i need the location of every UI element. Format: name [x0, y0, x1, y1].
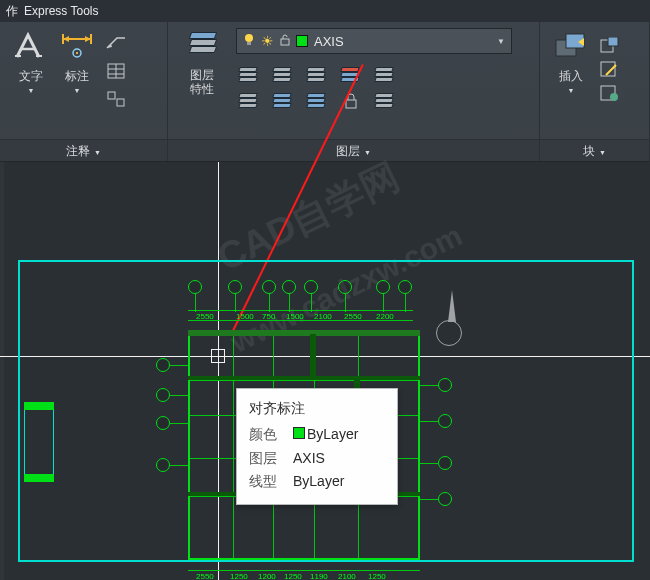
- lightbulb-icon: [243, 33, 255, 50]
- text-button-label: 文字: [19, 68, 43, 85]
- layer-tool-8[interactable]: [304, 90, 330, 112]
- svg-rect-18: [281, 39, 289, 45]
- svg-rect-14: [108, 92, 115, 99]
- layer-properties-icon: [184, 28, 220, 64]
- svg-point-8: [76, 52, 78, 54]
- chevron-down-icon: ▼: [74, 87, 81, 94]
- text-icon: [13, 28, 49, 64]
- drawing-canvas[interactable]: CAD自学网 www.cadzxw.com 2550 1500: [0, 162, 650, 580]
- layer-tool-3[interactable]: [304, 64, 330, 86]
- svg-rect-0: [15, 55, 21, 57]
- lock-open-icon: [280, 34, 290, 49]
- text-button[interactable]: 文字 ▼: [8, 28, 54, 94]
- tooltip-layer-label: 图层: [249, 447, 285, 471]
- create-block-icon[interactable]: [598, 36, 622, 54]
- current-layer-name: AXIS: [314, 34, 344, 49]
- tooltip-color-label: 颜色: [249, 423, 285, 447]
- layer-tool-10[interactable]: [372, 90, 398, 112]
- chevron-down-icon: ▼: [568, 87, 575, 94]
- svg-rect-24: [608, 37, 618, 46]
- sun-icon: ☀: [261, 33, 274, 49]
- svg-rect-17: [247, 42, 251, 45]
- layer-properties-label: 图层 特性: [190, 68, 214, 97]
- panel-title-block[interactable]: 块▼: [540, 139, 649, 161]
- layer-tool-5[interactable]: [372, 64, 398, 86]
- insert-button-label: 插入: [559, 68, 583, 85]
- tab-express-tools[interactable]: Express Tools: [24, 4, 98, 18]
- svg-rect-15: [117, 99, 124, 106]
- dimension-icon: [59, 28, 95, 64]
- svg-rect-1: [36, 55, 42, 57]
- layer-tool-2[interactable]: [270, 64, 296, 86]
- chevron-down-icon: ▼: [497, 37, 505, 46]
- svg-point-16: [245, 34, 253, 42]
- edit-block-icon[interactable]: [598, 60, 622, 78]
- layer-tool-7[interactable]: [270, 90, 296, 112]
- tooltip-color-value: ByLayer: [307, 426, 358, 442]
- tooltip-layer-value: AXIS: [293, 447, 325, 471]
- tooltip-color-swatch: [293, 427, 305, 439]
- dimension-button[interactable]: 标注 ▼: [54, 28, 100, 94]
- table-icon[interactable]: [104, 62, 128, 80]
- layer-color-swatch: [296, 35, 308, 47]
- tab-partial: 作: [6, 3, 18, 20]
- tooltip-title: 对齐标注: [249, 397, 385, 421]
- north-arrow: [436, 290, 462, 346]
- insert-icon: [553, 28, 589, 64]
- svg-rect-19: [346, 100, 356, 108]
- properties-tooltip: 对齐标注 颜色 ByLayer 图层 AXIS 线型 ByLayer: [236, 388, 398, 505]
- layer-properties-button[interactable]: 图层 特性: [176, 28, 228, 112]
- svg-point-27: [610, 93, 618, 101]
- layer-tool-6[interactable]: [236, 90, 262, 112]
- chevron-down-icon: ▼: [28, 87, 35, 94]
- dimension-button-label: 标注: [65, 68, 89, 85]
- layer-tool-1[interactable]: [236, 64, 262, 86]
- insert-button[interactable]: 插入 ▼: [548, 28, 594, 94]
- tooltip-ltype-label: 线型: [249, 470, 285, 494]
- leader-icon[interactable]: [104, 34, 128, 52]
- edit-attr-icon[interactable]: [598, 84, 622, 102]
- tooltip-ltype-value: ByLayer: [293, 470, 344, 494]
- hatch-icon[interactable]: [104, 90, 128, 108]
- panel-title-layer[interactable]: 图层▼: [168, 139, 539, 161]
- panel-title-annotation[interactable]: 注释▼: [0, 139, 167, 161]
- layer-selector[interactable]: ☀ AXIS ▼: [236, 28, 512, 54]
